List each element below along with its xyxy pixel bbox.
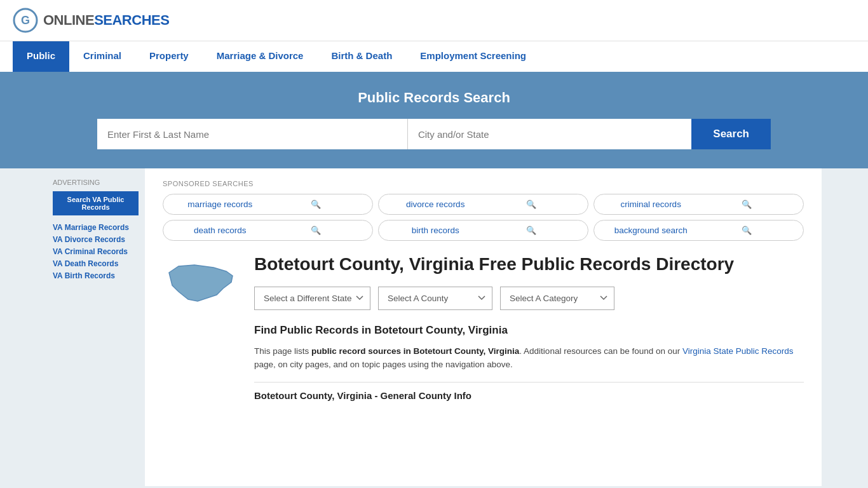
nav-item-property[interactable]: Property (135, 41, 203, 72)
nav-item-birth-death[interactable]: Birth & Death (317, 41, 406, 72)
sidebar: Advertising Search VA Public Records VA … (46, 168, 145, 486)
nav-item-marriage-divorce[interactable]: Marriage & Divorce (203, 41, 318, 72)
sponsored-pill-divorce[interactable]: divorce records 🔍 (378, 194, 588, 215)
find-title: Find Public Records in Botetourt County,… (254, 324, 804, 337)
sponsored-pill-criminal[interactable]: criminal records 🔍 (593, 194, 804, 215)
main-nav: Public Criminal Property Marriage & Divo… (0, 41, 868, 72)
category-dropdown[interactable]: Select A Category (500, 287, 614, 310)
nav-item-employment[interactable]: Employment Screening (406, 41, 540, 72)
logo-online: ONLINE (43, 12, 94, 28)
county-info: Botetourt County, Virginia Free Public R… (254, 254, 804, 401)
sidebar-link-birth[interactable]: VA Birth Records (53, 271, 139, 280)
search-icon: 🔍 (699, 200, 795, 209)
sidebar-link-death[interactable]: VA Death Records (53, 259, 139, 268)
search-icon: 🔍 (268, 226, 364, 235)
sponsored-pill-birth[interactable]: birth records 🔍 (378, 220, 588, 241)
search-icon: 🔍 (484, 200, 580, 209)
county-dropdown[interactable]: Select A County (378, 287, 492, 310)
search-icon: 🔍 (699, 226, 795, 235)
sponsored-pill-death[interactable]: death records 🔍 (163, 220, 373, 241)
name-input[interactable] (97, 119, 407, 149)
logo-text: ONLINESEARCHES (43, 12, 169, 29)
hero-title: Public Records Search (13, 90, 855, 106)
hero-banner: Public Records Search Search (0, 72, 868, 168)
sponsored-pill-background[interactable]: background search 🔍 (593, 220, 804, 241)
county-section: Botetourt County, Virginia Free Public R… (163, 254, 804, 401)
general-info-title: Botetourt County, Virginia - General Cou… (254, 382, 804, 401)
logo[interactable]: G ONLINESEARCHES (13, 8, 169, 33)
city-input[interactable] (407, 119, 691, 149)
search-icon: 🔍 (268, 200, 364, 209)
state-map (163, 254, 239, 319)
main-wrapper: Advertising Search VA Public Records VA … (40, 168, 828, 486)
ad-button[interactable]: Search VA Public Records (53, 191, 139, 215)
logo-icon: G (13, 8, 38, 33)
main-content: SPONSORED SEARCHES marriage records 🔍 di… (145, 168, 822, 486)
site-header: G ONLINESEARCHES (0, 0, 868, 41)
sidebar-link-divorce[interactable]: VA Divorce Records (53, 235, 139, 244)
description-text: This page lists public record sources in… (254, 344, 804, 372)
dropdowns-row: Select a Different State Select A County… (254, 287, 804, 310)
nav-item-public[interactable]: Public (13, 41, 69, 72)
logo-searches: SEARCHES (94, 12, 169, 28)
search-icon: 🔍 (484, 226, 580, 235)
search-button[interactable]: Search (691, 119, 771, 149)
search-bar: Search (97, 119, 771, 149)
sponsored-pill-marriage[interactable]: marriage records 🔍 (163, 194, 373, 215)
sidebar-link-criminal[interactable]: VA Criminal Records (53, 247, 139, 256)
county-title: Botetourt County, Virginia Free Public R… (254, 254, 804, 275)
sidebar-link-marriage[interactable]: VA Marriage Records (53, 223, 139, 232)
advertising-label: Advertising (53, 179, 139, 186)
virginia-link[interactable]: Virginia State Public Records (682, 346, 794, 356)
state-dropdown[interactable]: Select a Different State (254, 287, 370, 310)
svg-text:G: G (21, 14, 30, 27)
sponsored-label: SPONSORED SEARCHES (163, 180, 804, 187)
sponsored-grid: marriage records 🔍 divorce records 🔍 cri… (163, 194, 804, 241)
nav-item-criminal[interactable]: Criminal (69, 41, 135, 72)
